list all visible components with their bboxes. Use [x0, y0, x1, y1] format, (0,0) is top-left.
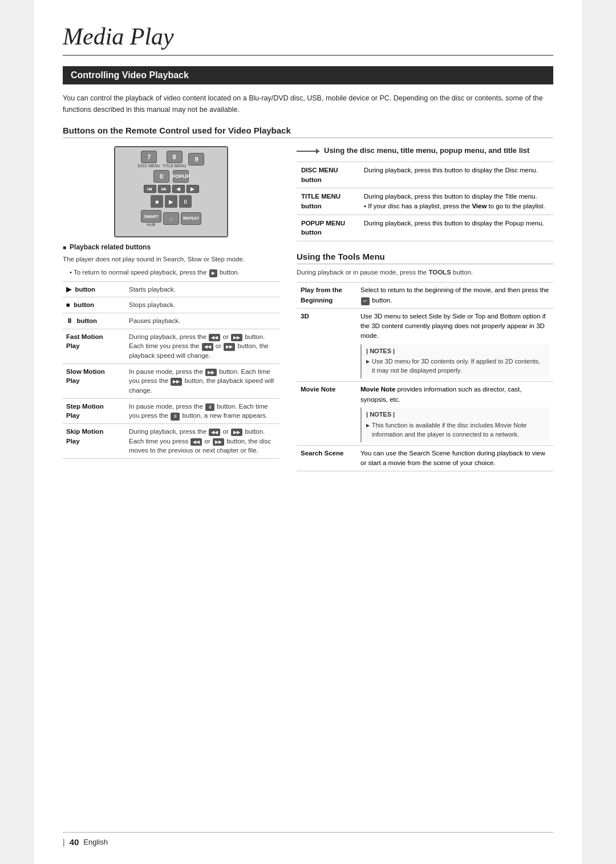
btn-pause: ⏸: [179, 195, 192, 208]
movie-note-item: This function is available if the disc i…: [366, 421, 545, 439]
table-row: ■ button Stops playback.: [63, 297, 279, 313]
disc-menu-table: DISC MENUbutton During playback, press t…: [297, 162, 553, 241]
disc-menu-title: Using the disc menu, title menu, popup m…: [324, 146, 529, 155]
page-content: Media Play Controlling Video Playback Yo…: [34, 0, 582, 864]
tools-desc: During playback or in pause mode, press …: [297, 268, 553, 277]
return-icon: ↩: [361, 297, 370, 305]
btn-stop: ■: [151, 195, 163, 208]
3d-label: 3D: [297, 308, 356, 382]
lang-label: English: [83, 838, 108, 846]
table-row: TITLE MENUbutton During playback, press …: [297, 188, 553, 215]
tools-table: Play from theBeginning Select to return …: [297, 282, 553, 471]
btn-label-skip: Skip MotionPlay: [63, 423, 125, 458]
playback-desc: The player does not play sound in Search…: [63, 255, 279, 264]
intro-text: You can control the playback of video co…: [63, 92, 553, 115]
page-footer: | 40 English: [63, 832, 553, 847]
btn-label-stop: ■ button: [63, 297, 125, 313]
btn-desc-skip: During playback, press the ◀◀ or ▶▶ butt…: [125, 423, 279, 458]
btn-label-fast: Fast MotionPlay: [63, 329, 125, 364]
btn-prev-prev: ⏮: [144, 185, 156, 193]
btn-label-slow: Slow MotionPlay: [63, 364, 125, 398]
btn-play: ▶: [165, 195, 177, 208]
play-beginning-label: Play from theBeginning: [297, 282, 356, 309]
popup-menu-label: POPUP MENUbutton: [297, 215, 359, 241]
page-number: 40: [70, 837, 79, 847]
disc-menu-arrow-container: Using the disc menu, title menu, popup m…: [297, 146, 553, 156]
table-row: Slow MotionPlay In pause mode, press the…: [63, 364, 279, 398]
3d-note-item: Use 3D menu for 3D contents only. If app…: [366, 357, 545, 376]
table-row: Play from theBeginning Select to return …: [297, 282, 553, 309]
table-row: POPUP MENUbutton During playback, press …: [297, 215, 553, 241]
btn-repeat: REPEAT: [181, 212, 201, 225]
rw-icon6: ◀◀: [191, 438, 202, 446]
table-row: ⏸ button Pauses playback.: [63, 313, 279, 329]
rw-icon2: ◀◀: [202, 343, 213, 351]
3d-desc: Use 3D menu to select Side by Side or To…: [356, 308, 553, 382]
key-popup: POPUP: [173, 170, 189, 183]
key-9: 9: [188, 153, 204, 165]
play-beginning-desc: Select to return to the beginning of the…: [356, 282, 553, 309]
disc-menu-desc: During playback, press this button to di…: [359, 162, 553, 188]
title-menu-desc: During playback, press this button to di…: [359, 188, 553, 215]
playback-related-label: Playback related buttons: [63, 243, 279, 251]
ff-icon: ▶▶: [231, 334, 242, 342]
key-0: 0: [153, 170, 169, 183]
button-table: ▶ button Starts playback. ■ button Stops…: [63, 281, 279, 459]
btn-next: ▶: [187, 185, 199, 193]
ff-icon6: ▶▶: [213, 438, 224, 446]
table-row: Skip MotionPlay During playback, press t…: [63, 423, 279, 458]
btn-label-play: ▶ button: [63, 281, 125, 297]
btn-desc-pause: Pauses playback.: [125, 313, 279, 329]
3d-notes: | NOTES | Use 3D menu for 3D contents on…: [360, 344, 549, 379]
title-menu-label: TITLE MENUbutton: [297, 188, 359, 215]
table-row: 3D Use 3D menu to select Side by Side or…: [297, 308, 553, 382]
search-scene-desc: You can use the Search Scene function du…: [356, 445, 553, 471]
remote-image: 7 DISC MENU 8 TITLE MENU 9: [114, 146, 228, 237]
movie-note-desc: Movie Note provides information such as …: [356, 382, 553, 445]
left-column: 7 DISC MENU 8 TITLE MENU 9: [63, 146, 279, 471]
pipe-left: |: [63, 838, 65, 847]
play-icon-inline: ▶: [209, 269, 217, 277]
table-row: ▶ button Starts playback.: [63, 281, 279, 297]
disc-menu-heading-text: Using the disc menu, title menu, popup m…: [324, 146, 529, 156]
ff-icon4: ▶▶: [171, 378, 182, 386]
remote-diagram: 7 DISC MENU 8 TITLE MENU 9: [63, 146, 279, 237]
movie-note-notes: | NOTES | This function is available if …: [360, 407, 549, 442]
ff-icon3: ▶▶: [205, 369, 217, 377]
disc-menu-label: DISC MENUbutton: [297, 162, 359, 188]
page-title: Media Play: [63, 23, 553, 56]
arrow-line: [297, 151, 319, 152]
btn-desc-stop: Stops playback.: [125, 297, 279, 313]
btn-desc-fast: During playback, press the ◀◀ or ▶▶ butt…: [125, 329, 279, 364]
table-row: Movie Note Movie Note provides informati…: [297, 382, 553, 445]
tools-menu-title: Using the Tools Menu: [297, 252, 553, 264]
right-column: Using the disc menu, title menu, popup m…: [297, 146, 553, 471]
pause-icon2: ⏸: [205, 403, 214, 411]
btn-home: ⌂: [163, 212, 179, 225]
search-scene-label: Search Scene: [297, 445, 356, 471]
key-8: 8: [167, 151, 183, 163]
btn-next-next: ⏭: [158, 185, 171, 193]
ff-icon2: ▶▶: [224, 343, 235, 351]
btn-prev: ◀: [172, 185, 185, 193]
key-7: 7: [141, 151, 157, 163]
playback-bullet: To return to normal speed playback, pres…: [70, 268, 279, 277]
rw-icon: ◀◀: [209, 334, 220, 342]
rw-icon5: ◀◀: [209, 429, 220, 437]
btn-label-pause: ⏸ button: [63, 313, 125, 329]
table-row: Step MotionPlay In pause mode, press the…: [63, 398, 279, 423]
ff-icon5: ▶▶: [231, 429, 242, 437]
btn-desc-play: Starts playback.: [125, 281, 279, 297]
table-row: Search Scene You can use the Search Scen…: [297, 445, 553, 471]
movie-note-label: Movie Note: [297, 382, 356, 445]
btn-label-step: Step MotionPlay: [63, 398, 125, 423]
subsection-buttons-title: Buttons on the Remote Control used for V…: [63, 126, 553, 138]
btn-smart: SMART: [141, 210, 161, 223]
popup-menu-desc: During playback, press this button to di…: [359, 215, 553, 241]
btn-desc-slow: In pause mode, press the ▶▶ button. Each…: [125, 364, 279, 398]
table-row: DISC MENUbutton During playback, press t…: [297, 162, 553, 188]
pause-icon3: ⏸: [171, 413, 180, 421]
table-row: Fast MotionPlay During playback, press t…: [63, 329, 279, 364]
section-header: Controlling Video Playback: [63, 66, 553, 84]
btn-desc-step: In pause mode, press the ⏸ button. Each …: [125, 398, 279, 423]
